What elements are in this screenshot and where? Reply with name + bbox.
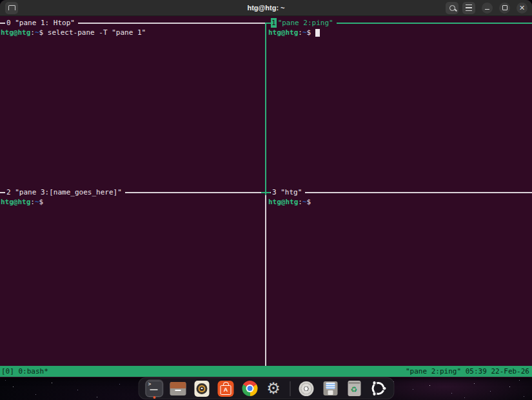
dock-item-ubuntu[interactable]	[369, 379, 387, 397]
ubuntu-logo-icon	[370, 381, 386, 396]
running-indicator-dot	[153, 396, 155, 399]
pane-0-command: select-pane -T "pane 1"	[48, 28, 146, 37]
dock-item-floppy-drive[interactable]	[321, 379, 339, 397]
terminal-window: htg@htg: ~ ✕	[0, 0, 532, 377]
dock-item-rhythmbox[interactable]	[193, 379, 211, 397]
maximize-icon	[502, 5, 507, 10]
text-cursor	[315, 29, 320, 37]
pane-3-prompt[interactable]: htg@htg:~$	[268, 197, 311, 207]
titlebar[interactable]: htg@htg: ~ ✕	[0, 0, 532, 16]
pane-1-prompt[interactable]: htg@htg:~$	[268, 28, 320, 37]
pane-2-border-title: 2 "pane 3:[name_goes_here]"	[0, 187, 266, 197]
pane-0-prompt[interactable]: htg@htg:~$ select-pane -T "pane 1"	[1, 28, 146, 37]
new-tab-icon	[8, 5, 15, 10]
minimize-button[interactable]	[482, 3, 493, 14]
minimize-icon	[485, 9, 489, 10]
status-pane-clock: "pane 2:ping" 05:39 22-Feb-26	[406, 367, 532, 376]
floppy-drive-icon	[323, 381, 337, 395]
dock-separator	[290, 381, 290, 396]
close-icon: ✕	[519, 5, 525, 12]
starfield	[0, 0, 1, 1]
dock: A ⚙ ♻	[138, 377, 394, 399]
gear-icon: ⚙	[266, 381, 281, 396]
search-icon	[449, 5, 455, 11]
dock-item-disc[interactable]	[297, 379, 315, 397]
screen: htg@htg: ~ ✕	[0, 0, 532, 400]
maximize-button[interactable]	[499, 3, 510, 14]
hamburger-menu-icon	[466, 5, 472, 11]
dock-item-chrome[interactable]	[241, 379, 259, 397]
menu-button[interactable]	[462, 2, 475, 14]
dock-item-terminal[interactable]	[145, 379, 163, 397]
pane-border-cross-stem	[265, 191, 266, 195]
chrome-icon	[242, 381, 257, 396]
close-button[interactable]: ✕	[517, 3, 527, 14]
pane-3-border-title: 3 "htg"	[266, 187, 532, 197]
trash-icon: ♻	[348, 381, 360, 396]
dock-item-settings[interactable]: ⚙	[264, 379, 282, 397]
active-pane-badge: 1	[271, 18, 277, 28]
pane-0-border-title: 0 "pane 1: Htop"	[0, 18, 266, 28]
dock-item-trash[interactable]: ♻	[345, 379, 363, 397]
dock-item-files[interactable]	[169, 379, 187, 397]
rhythmbox-icon	[195, 381, 210, 397]
search-button[interactable]	[446, 2, 458, 14]
pane-divider-vertical[interactable]	[265, 193, 266, 366]
pane-divider-vertical-active[interactable]	[265, 23, 266, 193]
files-icon	[170, 382, 186, 395]
terminal-icon	[146, 381, 163, 397]
tmux-status-bar: [0] 0:bash* "pane 2:ping" 05:39 22-Feb-2…	[0, 366, 532, 377]
pane-2-prompt[interactable]: htg@htg:~$	[1, 197, 43, 207]
status-session-info: [0] 0:bash*	[0, 367, 48, 376]
tmux-terminal[interactable]: 0 "pane 1: Htop" 1"pane 2:ping" htg@htg:…	[0, 16, 532, 377]
app-center-icon: A	[218, 381, 234, 397]
pane-1-border-title: 1"pane 2:ping"	[266, 18, 532, 28]
new-tab-button[interactable]	[5, 2, 18, 14]
disc-icon	[299, 381, 314, 396]
dock-item-app-center[interactable]: A	[217, 379, 235, 397]
